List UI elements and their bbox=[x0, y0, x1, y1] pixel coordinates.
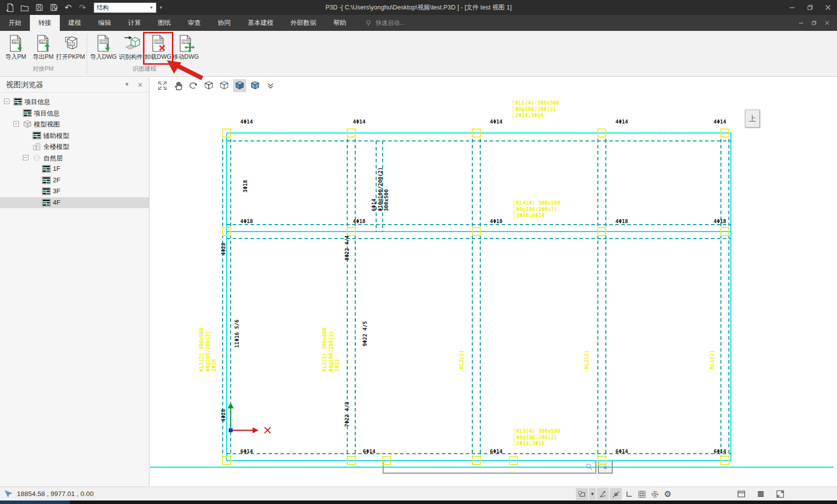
tab-计算[interactable]: 计算 bbox=[120, 15, 149, 31]
quick-launch[interactable]: 快速启动... bbox=[365, 15, 405, 31]
sidebar-item-辅助模型[interactable]: 辅助模型 bbox=[0, 130, 149, 141]
orbit-icon[interactable] bbox=[187, 79, 200, 92]
group-label: 识图建模 bbox=[90, 63, 199, 76]
selection-mode-icon[interactable] bbox=[576, 488, 588, 500]
column-mark bbox=[347, 456, 356, 465]
doc-close-button[interactable] bbox=[821, 17, 833, 29]
group-label: 对接PM bbox=[2, 63, 84, 76]
button-导入PM[interactable]: PM导入PM bbox=[2, 33, 29, 61]
tab-图纸[interactable]: 图纸 bbox=[149, 15, 179, 31]
fullscreen-icon[interactable] bbox=[774, 488, 786, 500]
plan-table-icon bbox=[42, 165, 51, 173]
doc-minimize-button[interactable] bbox=[795, 17, 807, 29]
plan-table-icon bbox=[32, 131, 41, 139]
open-file-icon[interactable] bbox=[18, 1, 31, 13]
view-realistic-icon[interactable] bbox=[249, 79, 262, 92]
settings-icon[interactable]: ⚙ bbox=[662, 488, 674, 500]
minimize-button[interactable] bbox=[783, 0, 801, 15]
tab-外部数据[interactable]: 外部数据 bbox=[282, 15, 325, 31]
panel-close-icon[interactable]: ✕ bbox=[138, 81, 143, 89]
plan-table-icon bbox=[23, 109, 32, 117]
tab-帮助[interactable]: 帮助 bbox=[325, 15, 355, 31]
list-view-icon[interactable] bbox=[755, 488, 767, 500]
object-snap-icon[interactable] bbox=[610, 488, 622, 500]
button-打开PKPM[interactable]: PM打开PKPM bbox=[57, 33, 84, 61]
tab-开始[interactable]: 开始 bbox=[0, 15, 30, 31]
button-导出PM[interactable]: PM导出PM bbox=[29, 33, 57, 61]
tab-基本建模[interactable]: 基本建模 bbox=[239, 15, 282, 31]
panel-menu-caret-icon[interactable]: ▼ bbox=[124, 81, 130, 89]
undo-icon[interactable]: ↶ bbox=[62, 1, 74, 13]
workspace-value: 结构 bbox=[97, 3, 109, 12]
sidebar-item-1F[interactable]: 1F bbox=[0, 163, 149, 175]
tab-转接[interactable]: 转接 bbox=[30, 15, 60, 31]
tab-协同[interactable]: 协同 bbox=[209, 15, 239, 31]
close-button[interactable] bbox=[819, 0, 837, 15]
beam-label: KL1(2) bbox=[709, 350, 715, 369]
sidebar-item-项目信息[interactable]: 项目信息 bbox=[0, 108, 149, 119]
column-mark bbox=[347, 227, 356, 236]
view-shaded-icon[interactable] bbox=[233, 79, 246, 92]
grid-icon[interactable] bbox=[636, 488, 648, 500]
command-expand-button[interactable]: ▲ bbox=[598, 460, 613, 474]
group-separator bbox=[87, 33, 87, 74]
view-hidden-line-icon[interactable] bbox=[218, 79, 231, 92]
tree-expander-icon[interactable]: − bbox=[23, 155, 28, 160]
sidebar-item-2F[interactable]: 2F bbox=[0, 175, 149, 186]
plan-table-icon bbox=[13, 98, 22, 106]
button-label: 打开PKPM bbox=[56, 53, 85, 61]
sidebar-item-自然层[interactable]: −自然层 bbox=[0, 152, 149, 164]
sidebar-item-模型视图[interactable]: −模型视图 bbox=[0, 119, 149, 130]
tree-expander-icon[interactable]: − bbox=[4, 99, 9, 104]
rebar-label: 4Φ18 bbox=[490, 218, 502, 225]
button-移动DWG[interactable]: DWG移动DWG bbox=[172, 33, 199, 61]
save-as-icon[interactable] bbox=[47, 1, 60, 13]
drawing-canvas[interactable]: 上 ▲ 4Φ144Φ144Φ144Φ144Φ144Φ184Φ184Φ184Φ18… bbox=[150, 94, 837, 487]
rebar-label: 8Φ22 4/4 bbox=[344, 236, 350, 261]
zoom-extents-icon[interactable] bbox=[156, 79, 169, 92]
restore-button[interactable] bbox=[801, 0, 819, 15]
doc-restore-button[interactable] bbox=[808, 17, 820, 29]
redo-icon[interactable]: ↷ bbox=[76, 1, 89, 13]
sidebar-item-3F[interactable]: 3F bbox=[0, 186, 149, 197]
ribbon-tab-row: 开始转接建模编辑计算图纸审查协同基本建模外部数据帮助 快速启动... bbox=[0, 15, 837, 31]
button-识别构件[interactable]: 识别构件 bbox=[117, 33, 144, 61]
bulb-icon bbox=[365, 19, 372, 27]
sidebar-item-项目信息[interactable]: −项目信息 bbox=[0, 96, 149, 108]
view-cube-icon[interactable] bbox=[649, 488, 661, 500]
pan-icon[interactable] bbox=[171, 79, 184, 92]
sidebar-item-4F[interactable]: 4F bbox=[0, 197, 149, 209]
button-label: 卸载DWG bbox=[145, 53, 171, 61]
ortho-icon[interactable] bbox=[623, 488, 635, 500]
rebar-label: 4Φ14 bbox=[713, 119, 726, 125]
more-tools-icon[interactable] bbox=[264, 79, 277, 92]
rebar-label: 6Φ14 bbox=[615, 448, 628, 455]
grid-line bbox=[227, 132, 731, 133]
selection-caret-icon[interactable]: ▼ bbox=[589, 488, 596, 500]
command-input[interactable] bbox=[384, 461, 595, 473]
tab-建模[interactable]: 建模 bbox=[60, 15, 90, 31]
dwg-unload-icon: DWG bbox=[149, 34, 167, 52]
title-bar: ↶↷ 结构 ▼ ▼ P3D -[ C:\Users\yonghu\Desktop… bbox=[0, 0, 837, 15]
sidebar-item-全楼模型[interactable]: 全楼模型 bbox=[0, 141, 149, 152]
polar-track-icon[interactable] bbox=[597, 488, 609, 500]
north-indicator[interactable]: 上 bbox=[745, 110, 760, 127]
view-wireframe-icon[interactable] bbox=[202, 79, 215, 92]
svg-text:PM: PM bbox=[68, 42, 74, 46]
coordinate-readout: 18854.58 , 9977.01 , 0.00 bbox=[17, 490, 94, 498]
button-卸载DWG[interactable]: DWG卸载DWG bbox=[144, 33, 172, 61]
tree-item-label: 1F bbox=[53, 165, 60, 172]
window-title: P3D -[ C:\Users\yonghu\Desktop\视频\test.P… bbox=[149, 3, 688, 12]
workspace-select[interactable]: 结构 ▼ bbox=[94, 2, 156, 13]
button-导入DWG[interactable]: DWG导入DWG bbox=[90, 33, 117, 61]
new-file-icon[interactable] bbox=[4, 1, 16, 13]
toolbar-options-caret[interactable]: ▼ bbox=[159, 5, 163, 10]
window-layout-icon[interactable] bbox=[735, 488, 747, 500]
ribbon-group-0: PM导入PMPM导出PMPM打开PKPM对接PM bbox=[2, 31, 84, 76]
tab-编辑[interactable]: 编辑 bbox=[90, 15, 120, 31]
tab-审查[interactable]: 审查 bbox=[179, 15, 209, 31]
rebar-label: 4Φ28 bbox=[220, 243, 227, 255]
beam-centerline bbox=[347, 133, 348, 461]
tree-expander-icon[interactable]: − bbox=[13, 121, 19, 126]
save-icon[interactable] bbox=[33, 1, 45, 13]
